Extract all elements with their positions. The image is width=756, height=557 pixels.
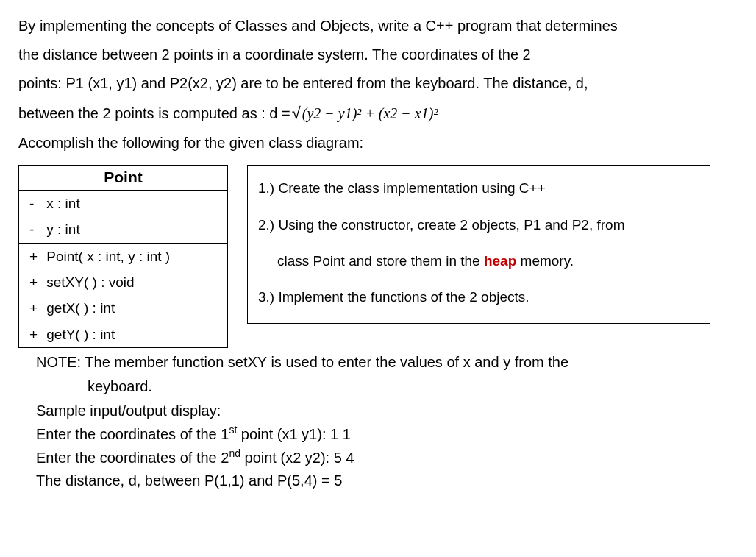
instr-2b-pre: class Point and store them in the <box>277 253 484 269</box>
instruction-2-cont: class Point and store them in the heap m… <box>258 250 699 272</box>
diagram-and-instructions: Point - x : int - y : int + Point( x : i… <box>18 165 738 348</box>
uml-class-diagram: Point - x : int - y : int + Point( x : i… <box>18 165 228 348</box>
note-line-1: NOTE: The member function setXY is used … <box>36 351 738 374</box>
intro-line-2: the distance between 2 points in a coord… <box>18 43 738 66</box>
uml-op: + getY( ) : int <box>19 322 227 347</box>
instruction-3: 3.) Implement the functions of the 2 obj… <box>258 286 699 308</box>
visibility-public: + <box>29 324 43 345</box>
intro-line-formula: between the 2 points is computed as : d … <box>18 101 738 126</box>
uml-attributes: - x : int - y : int <box>19 190 228 243</box>
op-text: getX( ) : int <box>46 300 115 316</box>
ordinal-suffix: st <box>229 424 237 436</box>
visibility-public: + <box>29 297 43 319</box>
intro-line-1: By implementing the concepts of Classes … <box>18 15 738 38</box>
sample-l2-post: point (x2 y2): 5 4 <box>240 450 354 466</box>
note-line-2: keyboard. <box>36 375 738 398</box>
ordinal-suffix: nd <box>229 447 240 459</box>
sample-io: Sample input/output display: Enter the c… <box>18 400 738 492</box>
sample-line-2: Enter the coordinates of the 2nd point (… <box>36 446 738 469</box>
op-text: getY( ) : int <box>46 327 115 342</box>
intro-line-5: Accomplish the following for the given c… <box>18 132 738 155</box>
instructions-box: 1.) Create the class implementation usin… <box>247 165 710 324</box>
sample-l2-pre: Enter the coordinates of the 2 <box>36 450 229 466</box>
uml-op: + getX( ) : int <box>19 295 227 321</box>
op-text: Point( x : int, y : int ) <box>46 249 170 264</box>
sqrt-expression: (y2 − y1)² + (x2 − x1)² <box>301 102 440 125</box>
sample-header: Sample input/output display: <box>36 400 738 422</box>
heap-keyword: heap <box>484 253 516 269</box>
uml-class-name: Point <box>19 166 228 191</box>
uml-attr: - y : int <box>19 216 227 242</box>
visibility-public: + <box>29 246 43 267</box>
sample-l1-pre: Enter the coordinates of the 1 <box>36 426 229 442</box>
sample-line-1: Enter the coordinates of the 1st point (… <box>36 422 738 446</box>
visibility-private: - <box>29 193 43 214</box>
sqrt-icon: √ <box>292 101 301 126</box>
instruction-1: 1.) Create the class implementation usin… <box>258 177 699 199</box>
instr-2b-post: memory. <box>516 253 574 269</box>
uml-operations: + Point( x : int, y : int ) + setXY( ) :… <box>19 243 228 348</box>
visibility-private: - <box>29 219 43 240</box>
intro-line-3: points: P1 (x1, y1) and P2(x2, y2) are t… <box>18 72 738 95</box>
visibility-public: + <box>29 272 43 293</box>
problem-statement: By implementing the concepts of Classes … <box>18 15 738 155</box>
note-section: NOTE: The member function setXY is used … <box>18 351 738 398</box>
sample-l1-post: point (x1 y1): 1 1 <box>237 426 351 442</box>
uml-op: + setXY( ) : void <box>19 269 227 295</box>
attr-text: y : int <box>46 221 79 237</box>
attr-text: x : int <box>46 196 79 211</box>
op-text: setXY( ) : void <box>46 274 134 290</box>
instruction-2: 2.) Using the constructor, create 2 obje… <box>258 214 699 235</box>
uml-op: + Point( x : int, y : int ) <box>19 244 227 269</box>
uml-attr: - x : int <box>19 191 227 216</box>
formula-prefix: between the 2 points is computed as : d … <box>18 102 290 125</box>
sample-line-3: The distance, d, between P(1,1) and P(5,… <box>36 469 738 492</box>
